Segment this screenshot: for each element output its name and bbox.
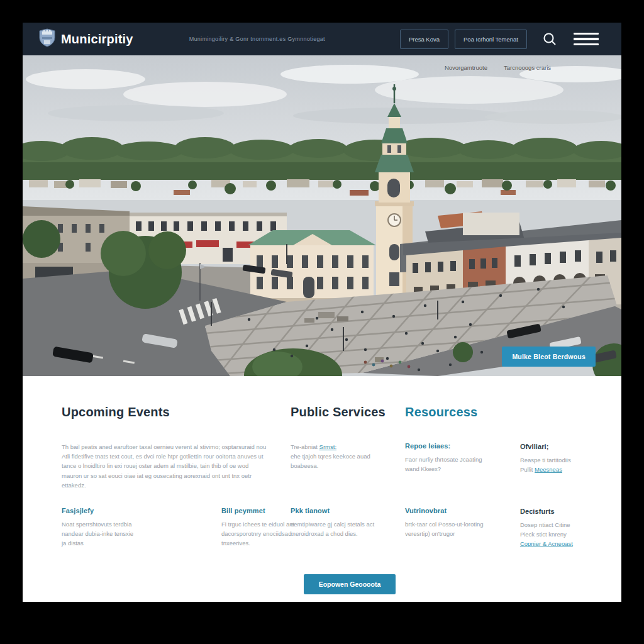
column-officials: Ofvlliari; Reaspe ti tartitodiis Pullit … <box>520 405 615 549</box>
events-item-1-title: Fasjsjlefy <box>62 507 156 514</box>
navbar-tagline: Munimingoiliry & Gonr tnornment.es Gymnn… <box>133 36 400 42</box>
resources-item-2-text: brtk-taar col Posso-ut-loroting veresrti… <box>405 519 506 538</box>
resources-item-1: Repoe Ieiaes: Faor nurliy thrtosate Jcaa… <box>405 442 506 507</box>
hero-photo <box>23 55 621 376</box>
officials-item-1-title: Ofvlliari; <box>520 443 615 450</box>
events-title: Upcoming Events <box>62 405 269 419</box>
hero-overlay-links: Novorgamtruote Tarcnooogs craris <box>445 64 551 71</box>
brand-logo[interactable]: Municirpitiy <box>39 28 133 50</box>
bottom-cta-row: Eopowen Geoooota <box>62 574 615 596</box>
resources-item-2: Vutrinovbrat brtk-taar col Posso-ut-loro… <box>405 507 506 538</box>
services-item: Pkk tianowt eemtipiwarce gj calcj stetal… <box>291 507 389 538</box>
column-public-services: Public Services Tre-abniat Srmst: ehe tj… <box>291 405 389 549</box>
services-title: Public Services <box>291 405 389 419</box>
services-intro: Tre-abniat Srmst: ehe tjajoh tqres keeko… <box>291 442 389 507</box>
shield-crest-icon <box>39 28 55 50</box>
navbar: Municirpitiy Munimingoiliry & Gonr tnorn… <box>23 23 621 55</box>
resources-item-1-text: Faor nurliy thrtosate Jcaating wand Kkee… <box>405 455 506 474</box>
column-resources: Resourcess Repoe Ieiaes: Faor nurliy thr… <box>405 405 506 549</box>
screenshot-root: { "navbar": { "brand": "Municirpitiy", "… <box>0 0 644 644</box>
content-section: Upcoming Events Th bail peatis aned earu… <box>23 376 621 602</box>
hero-link-1[interactable]: Novorgamtruote <box>445 64 487 71</box>
officials-item-2-body: Dosep ntiact Citine Pieck stict knreny <box>520 521 570 538</box>
services-intro-rest: ehe tjajoh tqres keekoce auad boabeesa. <box>291 453 370 469</box>
resources-item-2-title: Vutrinovbrat <box>405 507 506 514</box>
officials-item-1: Ofvlliari; Reaspe ti tartitodiis Pullit … <box>520 443 615 508</box>
hero-cta-button[interactable]: Mulke Bleot Berdwous <box>502 347 596 367</box>
services-intro-link[interactable]: Srmst: <box>319 443 336 450</box>
hero-link-2[interactable]: Tarcnooogs craris <box>504 64 551 71</box>
hamburger-menu-icon[interactable] <box>574 30 599 49</box>
town-hall <box>248 230 376 303</box>
nav-button-1[interactable]: Presa Kova <box>400 30 448 49</box>
services-intro-prefix: Tre-abniat <box>291 443 319 450</box>
bottom-cta-button[interactable]: Eopowen Geoooota <box>304 574 396 594</box>
officials-item-1-link[interactable]: Meesneas <box>535 466 562 473</box>
column-upcoming-events: Upcoming Events Th bail peatis aned earu… <box>62 405 269 549</box>
resources-title: Resourcess <box>405 405 506 419</box>
officials-item-2-title: Decisfurts <box>520 508 615 515</box>
nav-button-2[interactable]: Poa Icrhonl Temenat <box>455 30 527 49</box>
events-intro: Th bail peatis aned earuftoer taxal oern… <box>62 442 269 507</box>
brand-name: Municirpitiy <box>61 32 133 47</box>
officials-item-2-text: Dosep ntiact Citine Pieck stict knreny C… <box>520 520 615 549</box>
services-item-title: Pkk tianowt <box>291 507 389 514</box>
municipality-page: Municirpitiy Munimingoiliry & Gonr tnorn… <box>23 23 621 602</box>
events-item-1-text: Noat sperrshtovuts terdbia nandear dubia… <box>62 519 156 548</box>
officials-item-2-link[interactable]: Copnier & Acneoast <box>520 540 573 547</box>
navbar-buttons: Presa Kova Poa Icrhonl Temenat <box>400 30 527 49</box>
events-item-1: Fasjsjlefy Noat sperrshtovuts terdbia na… <box>62 507 156 548</box>
officials-item-1-text: Reaspe ti tartitodiis Pullit Meesneas <box>520 455 615 474</box>
resources-item-1-title: Repoe Ieiaes: <box>405 442 506 450</box>
services-item-text: eemtipiwarce gj calcj stetals act meroid… <box>291 519 389 538</box>
hero-section: Novorgamtruote Tarcnooogs craris Mulke B… <box>23 55 621 376</box>
search-icon[interactable] <box>542 31 557 47</box>
officials-item-2: Decisfurts Dosep ntiact Citine Pieck sti… <box>520 508 615 549</box>
treeline <box>23 137 621 180</box>
